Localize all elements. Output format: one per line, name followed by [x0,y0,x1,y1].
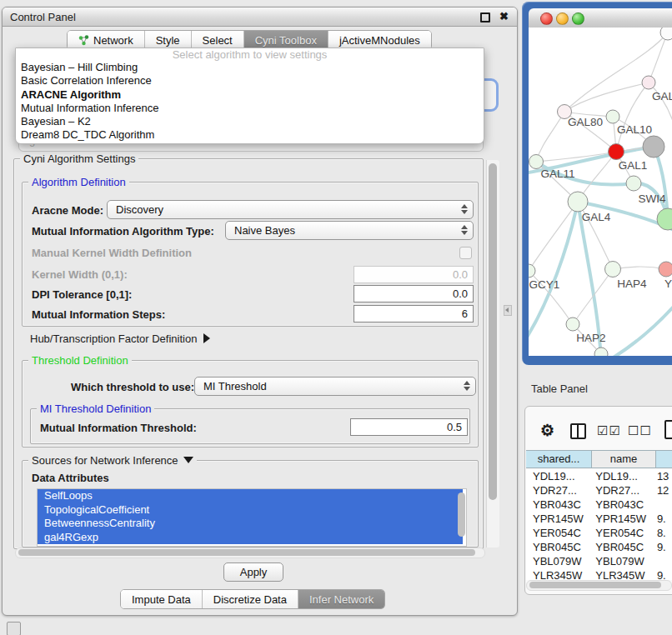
split-divider-handle[interactable] [504,305,512,316]
network-node-y[interactable] [659,262,672,277]
network-window-titlebar[interactable] [529,8,672,28]
network-node-gal11[interactable] [529,155,544,169]
minimize-traffic-light-icon[interactable] [556,12,569,25]
cyni-algorithm-settings-title: Cyni Algorithm Settings [20,153,138,164]
table-hscrollbar-thumb[interactable] [529,582,661,588]
column-header-name[interactable]: name [592,450,656,468]
dock-mini-icon[interactable] [7,622,21,635]
tab-network[interactable]: Network [68,31,145,49]
zoom-traffic-light-icon[interactable] [572,12,584,25]
table-row[interactable]: YPR145WYPR145W9. [526,512,672,526]
node-label-hap2: HAP2 [576,332,605,344]
node-label-gal4: GAL4 [582,211,611,223]
network-node-hap4[interactable] [605,262,621,278]
aracne-mode-combo[interactable]: Discovery [107,200,474,219]
settings-scrollbar-thumb[interactable] [489,163,497,500]
table-cell [650,498,672,512]
column-header-partial[interactable] [656,450,672,468]
mi-type-combo[interactable]: Naive Bayes [225,221,474,240]
close-traffic-light-icon[interactable] [540,12,553,25]
table-row[interactable]: YLR345WYLR345W9. [526,568,672,580]
hub-definition-toggle[interactable]: Hub/Transcription Factor Definition [30,332,210,345]
tab-select[interactable]: Select [192,31,244,49]
column-header-shared[interactable]: shared... [526,450,592,468]
node-label-gal11: GAL11 [540,168,574,180]
algorithm-dropdown-prompt: Select algorithm to view settings [16,48,484,61]
table-hscrollbar[interactable] [526,580,672,591]
attributes-scrollbar-thumb[interactable] [458,492,465,537]
network-node-labels: GALGAL80GAL10GAL1GAL11SWI4GAL4GCY1HAP4YH… [529,90,672,344]
tab-cyni-toolbox[interactable]: Cyni Toolbox [244,31,328,49]
bottom-tab-infer-network[interactable]: Infer Network [298,590,384,608]
table-row[interactable]: YBR045CYBR045C9. [526,540,672,554]
algorithm-option-bayesian-hill-climbing[interactable]: Bayesian – Hill Climbing [16,61,484,74]
document-icon[interactable] [664,420,672,439]
manual-kernel-label: Manual Kernel Width Definition [32,247,192,259]
apply-button[interactable]: Apply [223,562,283,582]
network-node-gal[interactable] [642,76,655,89]
hub-definition-label: Hub/Transcription Factor Definition [30,332,197,345]
combo-spinner-icon [461,203,467,215]
tab-label: Network [93,34,133,47]
node-label-gal10: GAL10 [617,123,652,136]
tab-style[interactable]: Style [145,31,192,49]
network-node-gcy1[interactable] [529,264,535,278]
table-cell: 9. [650,540,672,554]
network-node[interactable] [643,136,664,158]
threshold-definition-title: Threshold Definition [28,355,132,366]
network-node-swi4[interactable] [626,176,641,191]
algorithm-definition-title: Algorithm Definition [28,177,129,188]
split-columns-icon[interactable] [570,423,586,439]
algorithm-option-aracne-algorithm[interactable]: ARACNE Algorithm [16,88,484,102]
float-window-icon[interactable] [480,12,490,22]
tab-jactivemnodules[interactable]: jActiveMNodules [328,31,431,49]
settings-hscrollbar-thumb[interactable] [18,549,475,556]
kernel-width-field[interactable]: 0.0 [354,266,474,283]
algorithm-option-dream8-dc-tdc-algorithm[interactable]: Dream8 DC_TDC Algorithm [16,128,484,142]
tab-label: jActiveMNodules [339,34,420,47]
network-window[interactable]: GALGAL80GAL10GAL1GAL11SWI4GAL4GCY1HAP4YH… [522,2,672,365]
attribute-item-betweennesscentrality[interactable]: BetweennessCentrality [38,517,463,531]
mi-threshold-label: Mutual Information Threshold: [40,422,197,434]
close-icon[interactable]: ✖ [499,10,509,22]
table-row[interactable]: YER054CYER054C8. [526,526,672,540]
dpi-tolerance-label: DPI Tolerance [0,1]: [32,288,132,301]
algorithm-option-bayesian-k2[interactable]: Bayesian – K2 [16,115,484,128]
deselect-all-checkboxes-icon[interactable]: ☐☐ [628,423,652,438]
data-attributes-list[interactable]: SelfLoopsTopologicalCoefficientBetweenne… [37,488,467,547]
attribute-item-gal4rgexp[interactable]: gal4RGexp [38,531,463,545]
bottom-tab-impute-data[interactable]: Impute Data [121,590,203,608]
table-row[interactable]: YBR043CYBR043C [526,498,672,512]
network-node-hap2[interactable] [566,318,579,331]
table-row[interactable]: YDR27...YDR27...12 [526,483,672,498]
algorithm-option-basic-correlation-inference[interactable]: Basic Correlation Inference [16,74,484,88]
network-canvas[interactable]: GALGAL80GAL10GAL1GAL11SWI4GAL4GCY1HAP4YH… [529,28,672,356]
settings-scrollbar[interactable] [486,160,499,548]
tab-label: Cyni Toolbox [255,34,317,47]
manual-kernel-checkbox[interactable] [459,247,472,259]
algorithm-option-mutual-information-inference[interactable]: Mutual Information Inference [16,102,484,115]
network-node-gal10[interactable] [606,110,619,123]
attribute-item-topologicalcoefficient[interactable]: TopologicalCoefficient [38,503,463,518]
bottom-tab-discretize-data[interactable]: Discretize Data [203,590,298,608]
table-row[interactable]: YBL079WYBL079W [526,554,672,568]
which-threshold-combo[interactable]: MI Threshold [194,377,476,396]
gear-icon[interactable]: ⚙ [540,421,554,440]
mi-threshold-field[interactable]: 0.5 [350,418,468,436]
table-panel-title: Table Panel [531,382,588,395]
network-node-gal1[interactable] [609,144,624,160]
node-label-swi4: SWI4 [638,192,665,205]
settings-hscrollbar[interactable] [15,548,485,558]
mi-steps-field[interactable]: 6 [354,305,474,322]
dpi-tolerance-field[interactable]: 0.0 [354,285,474,302]
tab-label: Infer Network [309,593,374,606]
table-row[interactable]: YDL19...YDL19...13 [526,469,672,483]
table-rows: YDL19...YDL19...13YDR27...YDR27...12YBR0… [526,469,672,580]
network-node[interactable] [657,208,672,230]
network-node-gal4[interactable] [568,192,588,212]
control-panel-titlebar[interactable]: Control Panel ✖ [3,8,517,27]
sources-toggle[interactable]: Sources for Network Inference [28,455,197,466]
attribute-item-selfloops[interactable]: SelfLoops [38,489,463,503]
table-cell: 9. [650,512,672,526]
select-all-checkboxes-icon[interactable]: ☑☑ [597,423,621,438]
